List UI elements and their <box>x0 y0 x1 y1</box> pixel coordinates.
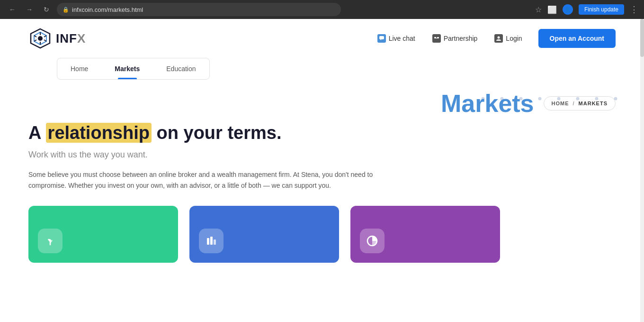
reload-button[interactable]: ↻ <box>40 3 53 16</box>
header-right: Live chat Partnership <box>371 29 616 48</box>
breadcrumb-separator: / <box>573 101 575 106</box>
back-button[interactable]: ← <box>6 3 19 16</box>
browser-right-controls: ☆ ⬜ 👤 Finish update ⋮ <box>535 4 638 15</box>
nav-markets[interactable]: Markets <box>101 58 153 79</box>
main-heading: A relationship on your terms. <box>28 122 616 144</box>
site-header: INFX Live chat <box>0 19 644 58</box>
sprout-icon <box>44 234 57 248</box>
heading-highlight: relationship <box>46 123 152 143</box>
partnership-icon <box>432 34 441 43</box>
url-bar[interactable]: 🔒 infxcoin.com/markets.html <box>57 3 341 16</box>
logo-icon <box>28 27 52 50</box>
card-2[interactable] <box>189 206 339 263</box>
cards-row <box>28 206 616 263</box>
svg-rect-13 <box>436 38 438 38</box>
heading-end: on your terms. <box>152 123 282 143</box>
page-wrapper: INFX Live chat <box>0 19 644 322</box>
login-link[interactable]: Login <box>488 30 528 46</box>
user-icon <box>494 34 503 43</box>
svg-rect-65 <box>214 239 216 245</box>
main-nav: Home Markets Education <box>57 58 210 80</box>
forward-button[interactable]: → <box>23 3 36 16</box>
login-label: Login <box>506 35 522 42</box>
url-text: infxcoin.com/markets.html <box>72 6 335 13</box>
breadcrumb-home[interactable]: HOME <box>552 101 569 106</box>
svg-rect-9 <box>379 36 384 39</box>
live-chat-link[interactable]: Live chat <box>371 30 422 46</box>
heading-start: A <box>28 123 46 143</box>
nav-container: Home Markets Education <box>0 58 644 80</box>
markets-page-title: Markets <box>441 89 534 113</box>
nav-education[interactable]: Education <box>153 58 209 79</box>
finish-update-button[interactable]: Finish update <box>579 4 624 15</box>
chart-icon <box>205 234 218 248</box>
partnership-link[interactable]: Partnership <box>426 30 484 46</box>
card-1[interactable] <box>28 206 178 263</box>
scrollbar[interactable] <box>640 19 644 322</box>
partnership-label: Partnership <box>444 35 478 42</box>
chat-icon <box>377 34 386 43</box>
card-3-icon-wrap <box>360 229 385 253</box>
svg-rect-63 <box>207 238 209 245</box>
card-3[interactable] <box>350 206 500 263</box>
extensions-button[interactable]: ⬜ <box>547 5 557 14</box>
pie-icon <box>366 234 379 248</box>
description-text: Some believe you must choose between an … <box>28 169 384 192</box>
svg-point-14 <box>498 37 500 39</box>
nav-home[interactable]: Home <box>57 58 101 79</box>
profile-avatar[interactable]: 👤 <box>563 4 573 15</box>
open-account-button[interactable]: Open an Account <box>538 29 616 48</box>
svg-marker-10 <box>380 39 381 40</box>
sub-heading: Work with us the way you want. <box>28 150 616 160</box>
logo-text: INFX <box>56 31 86 46</box>
content-section: A relationship on your terms. Work with … <box>0 113 644 277</box>
card-2-icon-wrap <box>199 229 224 253</box>
hero-section: // Generating dots inline via SVG Market… <box>0 80 644 113</box>
svg-point-2 <box>38 36 43 41</box>
breadcrumb-current: MARKETS <box>579 101 608 106</box>
scrollbar-thumb[interactable] <box>640 19 644 57</box>
star-button[interactable]: ☆ <box>535 5 542 14</box>
logo[interactable]: INFX <box>28 27 86 50</box>
svg-rect-64 <box>210 237 213 245</box>
browser-menu-button[interactable]: ⋮ <box>630 4 638 15</box>
markets-title-area: Markets HOME / MARKETS <box>441 89 616 113</box>
browser-chrome: ← → ↻ 🔒 infxcoin.com/markets.html ☆ ⬜ 👤 … <box>0 0 644 19</box>
live-chat-label: Live chat <box>389 35 415 42</box>
card-1-icon-wrap <box>38 229 63 253</box>
breadcrumb: HOME / MARKETS <box>544 96 616 110</box>
